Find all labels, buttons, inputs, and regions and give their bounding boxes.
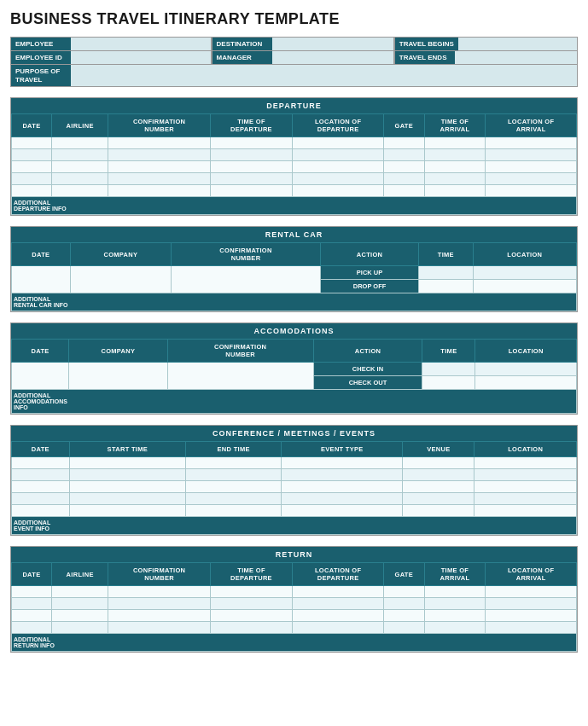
accom-col-location: LOCATION: [475, 340, 577, 363]
accom-col-company: COMPANY: [69, 340, 168, 363]
conf-col-date: DATE: [12, 442, 70, 457]
rental-car-table: DATE COMPANY CONFIRMATIONNUMBER ACTION T…: [11, 242, 577, 311]
accom-checkout-label: CHECK OUT: [313, 376, 422, 390]
rental-car-title: RENTAL CAR: [11, 227, 577, 242]
departure-data-row-3: [12, 161, 577, 173]
return-col-airline: AIRLINE: [51, 563, 108, 586]
departure-title: DEPARTURE: [11, 98, 577, 113]
departure-col-date: DATE: [12, 114, 52, 137]
departure-col-confirmation: CONFIRMATIONNUMBER: [108, 114, 210, 137]
departure-additional-label: ADDITIONAL DEPARTURE INFO: [12, 197, 577, 215]
travel-begins-value[interactable]: [458, 38, 577, 50]
return-col-date: DATE: [12, 563, 52, 586]
departure-col-gate: GATE: [384, 114, 425, 137]
purpose-label: PURPOSE OF TRAVEL: [11, 65, 71, 86]
departure-data-row-5: [12, 185, 577, 197]
rental-car-additional-row: ADDITIONAL RENTAL CAR INFO: [12, 293, 577, 311]
return-additional-row: ADDITIONAL RETURN INFO: [12, 634, 577, 652]
departure-data-row-2: [12, 149, 577, 161]
travel-ends-label: TRAVEL ENDS: [395, 51, 455, 64]
return-section: RETURN DATE AIRLINE CONFIRMATIONNUMBER T…: [10, 546, 578, 653]
conference-header-row: DATE START TIME END TIME EVENT TYPE VENU…: [12, 442, 577, 457]
departure-col-location-arr: LOCATION OFARRIVAL: [486, 114, 577, 137]
rental-car-col-time: TIME: [419, 243, 474, 266]
info-row-2: EMPLOYEE ID MANAGER TRAVEL ENDS: [11, 51, 577, 65]
conf-col-event-type: EVENT TYPE: [282, 442, 403, 457]
rental-car-additional-label: ADDITIONAL RENTAL CAR INFO: [12, 293, 577, 311]
info-row-3: PURPOSE OF TRAVEL: [11, 65, 577, 86]
travel-begins-label: TRAVEL BEGINS: [395, 38, 458, 50]
accom-col-action: ACTION: [313, 340, 422, 363]
conf-data-row-5: [12, 505, 577, 517]
rental-car-col-confirmation: CONFIRMATIONNUMBER: [172, 243, 321, 266]
conf-col-start: START TIME: [69, 442, 185, 457]
accom-col-confirmation: CONFIRMATIONNUMBER: [167, 340, 313, 363]
departure-col-time-arr: TIME OFARRIVAL: [424, 114, 486, 137]
return-data-row-4: [12, 622, 577, 634]
conference-table: DATE START TIME END TIME EVENT TYPE VENU…: [11, 441, 577, 535]
rental-car-col-action: ACTION: [321, 243, 419, 266]
manager-value[interactable]: [272, 51, 394, 64]
rental-car-pickup-label: PICK UP: [321, 266, 419, 280]
accom-checkin-label: CHECK IN: [313, 363, 422, 376]
accom-col-date: DATE: [12, 340, 69, 363]
return-header-row: DATE AIRLINE CONFIRMATIONNUMBER TIME OFD…: [12, 563, 577, 586]
accommodations-section: ACCOMODATIONS DATE COMPANY CONFIRMATIONN…: [10, 322, 578, 415]
departure-additional-row: ADDITIONAL DEPARTURE INFO: [12, 197, 577, 215]
departure-section: DEPARTURE DATE AIRLINE CONFIRMATIONNUMBE…: [10, 97, 578, 216]
return-col-time-dep: TIME OFDEPARTURE: [210, 563, 293, 586]
conference-section: CONFERENCE / MEETINGS / EVENTS DATE STAR…: [10, 425, 578, 536]
departure-col-location-dep: LOCATION OFDEPARTURE: [293, 114, 384, 137]
return-data-row-2: [12, 598, 577, 610]
return-col-confirmation: CONFIRMATIONNUMBER: [108, 563, 210, 586]
return-title: RETURN: [11, 547, 577, 562]
departure-col-time-dep: TIME OFDEPARTURE: [210, 114, 293, 137]
return-additional-label: ADDITIONAL RETURN INFO: [12, 634, 577, 652]
accommodations-table: DATE COMPANY CONFIRMATIONNUMBER ACTION T…: [11, 339, 577, 414]
return-col-time-arr: TIME OFARRIVAL: [424, 563, 486, 586]
info-grid: EMPLOYEE DESTINATION TRAVEL BEGINS EMPLO…: [10, 37, 578, 87]
rental-car-pickup-row: PICK UP: [12, 266, 577, 280]
employee-id-label: EMPLOYEE ID: [11, 51, 71, 64]
conf-data-row-4: [12, 493, 577, 505]
purpose-value[interactable]: [71, 65, 577, 86]
accommodations-title: ACCOMODATIONS: [11, 323, 577, 339]
rental-car-col-date: DATE: [12, 243, 71, 266]
rental-car-col-location: LOCATION: [473, 243, 576, 266]
conf-col-venue: VENUE: [403, 442, 474, 457]
conf-additional-row: ADDITIONAL EVENT INFO: [12, 517, 577, 535]
accom-checkin-row: CHECK IN: [12, 363, 577, 376]
page-title: BUSINESS TRAVEL ITINERARY TEMPLATE: [10, 10, 578, 28]
accom-additional-label: ADDITIONAL ACCOMODATIONS INFO: [12, 390, 577, 414]
return-table: DATE AIRLINE CONFIRMATIONNUMBER TIME OFD…: [11, 562, 577, 652]
accommodations-header-row: DATE COMPANY CONFIRMATIONNUMBER ACTION T…: [12, 340, 577, 363]
travel-ends-value[interactable]: [455, 51, 577, 64]
departure-table: DATE AIRLINE CONFIRMATIONNUMBER TIME OFD…: [11, 113, 577, 215]
rental-car-header-row: DATE COMPANY CONFIRMATIONNUMBER ACTION T…: [12, 243, 577, 266]
departure-data-row-1: [12, 137, 577, 149]
conf-col-end: END TIME: [185, 442, 281, 457]
conf-col-location: LOCATION: [474, 442, 577, 457]
departure-header-row: DATE AIRLINE CONFIRMATIONNUMBER TIME OFD…: [12, 114, 577, 137]
employee-id-value[interactable]: [71, 51, 212, 64]
conference-title: CONFERENCE / MEETINGS / EVENTS: [11, 426, 577, 441]
departure-col-airline: AIRLINE: [51, 114, 108, 137]
employee-label: EMPLOYEE: [11, 38, 71, 50]
employee-value[interactable]: [71, 38, 212, 50]
conf-data-row-1: [12, 457, 577, 469]
info-row-1: EMPLOYEE DESTINATION TRAVEL BEGINS: [11, 38, 577, 51]
return-data-row-1: [12, 586, 577, 598]
accom-col-time: TIME: [422, 340, 475, 363]
return-col-location-arr: LOCATION OFARRIVAL: [486, 563, 577, 586]
return-col-location-dep: LOCATION OFDEPARTURE: [293, 563, 384, 586]
accom-additional-row: ADDITIONAL ACCOMODATIONS INFO: [12, 390, 577, 414]
return-data-row-3: [12, 610, 577, 622]
rental-car-dropoff-label: DROP OFF: [321, 280, 419, 293]
rental-car-col-company: COMPANY: [70, 243, 171, 266]
conf-data-row-2: [12, 469, 577, 481]
conf-additional-label: ADDITIONAL EVENT INFO: [12, 517, 577, 535]
conf-data-row-3: [12, 481, 577, 493]
rental-car-section: RENTAL CAR DATE COMPANY CONFIRMATIONNUMB…: [10, 226, 578, 312]
departure-data-row-4: [12, 173, 577, 185]
destination-value[interactable]: [272, 38, 394, 50]
